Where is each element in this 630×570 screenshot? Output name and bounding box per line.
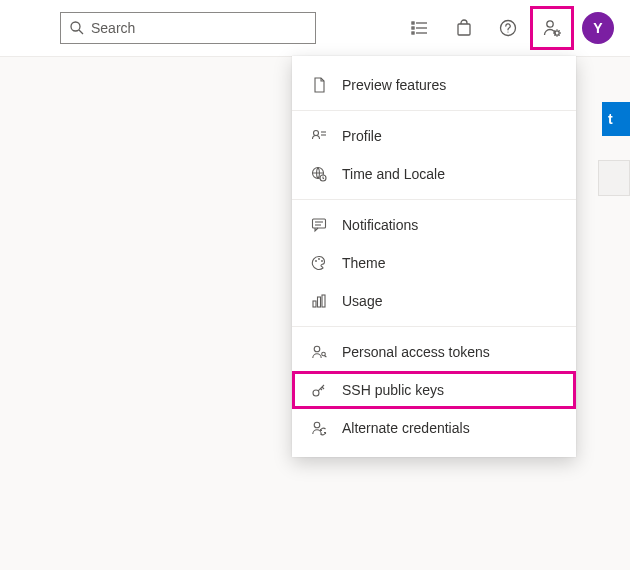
marketplace-button[interactable]	[442, 6, 486, 50]
svg-rect-24	[313, 301, 316, 307]
menu-item-label: Alternate credentials	[342, 420, 470, 436]
partial-primary-button[interactable]: t	[602, 102, 630, 136]
menu-divider	[292, 110, 576, 111]
menu-ssh-public-keys[interactable]: SSH public keys	[292, 371, 576, 409]
avatar-initial: Y	[593, 20, 602, 36]
partial-button-label: t	[608, 111, 613, 127]
menu-profile[interactable]: Profile	[292, 117, 576, 155]
comment-icon	[310, 216, 328, 234]
avatar[interactable]: Y	[582, 12, 614, 44]
header-bar: Y	[0, 0, 630, 56]
list-icon	[411, 19, 429, 37]
menu-alternate-credentials[interactable]: Alternate credentials	[292, 409, 576, 447]
menu-personal-access-tokens[interactable]: Personal access tokens	[292, 333, 576, 371]
person-card-icon	[310, 127, 328, 145]
search-icon	[69, 20, 85, 36]
svg-point-13	[314, 131, 319, 136]
svg-point-29	[313, 390, 319, 396]
help-button[interactable]	[486, 6, 530, 50]
menu-divider	[292, 326, 576, 327]
menu-item-label: Time and Locale	[342, 166, 445, 182]
svg-point-22	[318, 258, 320, 260]
person-key-icon	[310, 343, 328, 361]
menu-preview-features[interactable]: Preview features	[292, 66, 576, 104]
palette-icon	[310, 254, 328, 272]
shopping-bag-icon	[455, 19, 473, 37]
menu-time-locale[interactable]: Time and Locale	[292, 155, 576, 193]
menu-theme[interactable]: Theme	[292, 244, 576, 282]
work-items-button[interactable]	[398, 6, 442, 50]
menu-usage[interactable]: Usage	[292, 282, 576, 320]
svg-line-1	[79, 30, 83, 34]
header-icons: Y	[398, 6, 614, 50]
bar-chart-icon	[310, 292, 328, 310]
user-settings-menu: Preview features Profile Time and Locale…	[292, 56, 576, 457]
document-sparkle-icon	[310, 76, 328, 94]
key-icon	[310, 381, 328, 399]
menu-item-label: Notifications	[342, 217, 418, 233]
svg-rect-6	[412, 27, 414, 29]
user-settings-button[interactable]	[530, 6, 574, 50]
menu-item-label: Preview features	[342, 77, 446, 93]
svg-rect-18	[313, 219, 326, 228]
svg-point-30	[314, 422, 320, 428]
help-icon	[499, 19, 517, 37]
svg-point-27	[314, 346, 320, 352]
search-input[interactable]	[91, 20, 307, 36]
menu-divider	[292, 199, 576, 200]
svg-rect-8	[458, 24, 470, 35]
svg-rect-5	[412, 22, 414, 24]
svg-point-21	[315, 260, 317, 262]
svg-point-11	[547, 21, 553, 27]
svg-point-10	[507, 31, 508, 32]
menu-item-label: Usage	[342, 293, 382, 309]
search-box[interactable]	[60, 12, 316, 44]
svg-rect-7	[412, 32, 414, 34]
svg-rect-25	[318, 297, 321, 307]
partial-panel	[598, 160, 630, 196]
person-gear-icon	[542, 18, 562, 38]
menu-item-label: Theme	[342, 255, 386, 271]
menu-item-label: Personal access tokens	[342, 344, 490, 360]
menu-item-label: SSH public keys	[342, 382, 444, 398]
globe-clock-icon	[310, 165, 328, 183]
svg-rect-26	[322, 295, 325, 307]
svg-point-23	[321, 260, 323, 262]
menu-notifications[interactable]: Notifications	[292, 206, 576, 244]
person-sync-icon	[310, 419, 328, 437]
menu-item-label: Profile	[342, 128, 382, 144]
svg-point-0	[71, 22, 80, 31]
